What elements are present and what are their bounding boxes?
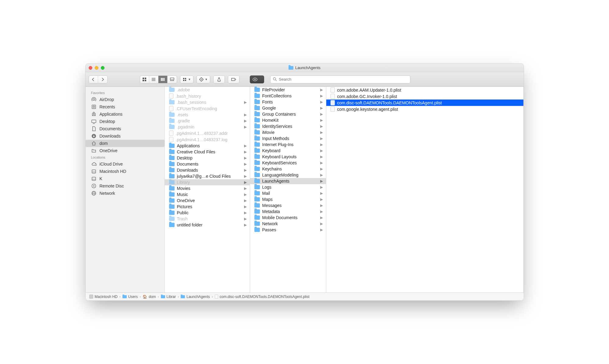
column-2[interactable]: com.adobe.AAM.Updater-1.0.plistcom.adobe… <box>326 87 524 292</box>
column-item[interactable]: .pgAdmin4.1…0483237.log <box>165 136 250 143</box>
action-button[interactable]: ▼ <box>197 75 210 83</box>
path-segment[interactable]: LaunchAgents <box>181 295 210 299</box>
column-item[interactable]: Downloads▶ <box>165 167 250 173</box>
column-item[interactable]: Google▶ <box>250 105 326 111</box>
share-button[interactable] <box>213 75 225 83</box>
sidebar-item-airdrop[interactable]: AirDrop <box>86 96 165 103</box>
column-item-label: Maps <box>262 197 273 202</box>
icon-view-button[interactable] <box>140 76 149 83</box>
column-1[interactable]: FileProvider▶FontCollections▶Fonts▶Googl… <box>250 87 326 292</box>
column-item[interactable]: Messages▶ <box>250 202 326 208</box>
sidebar-item-documents[interactable]: Documents <box>86 125 165 132</box>
column-item[interactable]: Creative Cloud Files▶ <box>165 149 250 155</box>
arrange-button[interactable]: ▼ <box>180 75 194 83</box>
column-item[interactable]: Pictures▶ <box>165 204 250 210</box>
path-segment[interactable]: 🏠dom <box>143 295 156 299</box>
titlebar[interactable]: LaunchAgents <box>86 64 524 72</box>
sidebar-item-onedrive[interactable]: OneDrive <box>86 147 165 154</box>
sidebar-item-k[interactable]: K <box>86 175 165 182</box>
search-input[interactable] <box>279 77 408 82</box>
sidebar-item-dom[interactable]: dom <box>86 140 165 147</box>
column-item[interactable]: Logs▶ <box>250 184 326 190</box>
forward-button[interactable] <box>98 76 107 83</box>
column-item[interactable]: Applications▶ <box>165 143 250 149</box>
column-item[interactable]: Keyboard Layouts▶ <box>250 154 326 160</box>
path-segment[interactable]: com.disc-soft.DAEMONTools.DAEMONToolsAge… <box>215 295 310 299</box>
column-item[interactable]: FileProvider▶ <box>250 87 326 93</box>
back-button[interactable] <box>89 76 98 83</box>
column-item[interactable]: Input Methods▶ <box>250 135 326 142</box>
svg-rect-14 <box>183 78 184 79</box>
column-item[interactable]: LaunchAgents▶ <box>250 178 326 184</box>
column-item[interactable]: Movies▶ <box>165 185 250 191</box>
column-item[interactable]: Trash▶ <box>165 216 250 222</box>
column-item[interactable]: iMovie▶ <box>250 129 326 135</box>
column-item[interactable]: Mobile Documents▶ <box>250 215 326 221</box>
folder-icon <box>254 94 260 98</box>
column-item[interactable]: Maps▶ <box>250 196 326 202</box>
sidebar-item-recents[interactable]: Recents <box>86 103 165 110</box>
close-button[interactable] <box>89 66 92 70</box>
path-segment[interactable]: Librar <box>161 295 176 299</box>
column-item[interactable]: com.adobe.GC.Invoker-1.0.plist <box>326 93 523 100</box>
sidebar-item-macintosh-hd[interactable]: Macintosh HD <box>86 168 165 175</box>
chevron-right-icon: ▶ <box>244 192 247 197</box>
column-item[interactable]: Keyboard▶ <box>250 148 326 154</box>
column-item[interactable]: Internet Plug-Ins▶ <box>250 142 326 148</box>
sidebar-item-network[interactable]: Network <box>86 190 165 197</box>
column-item[interactable]: Fonts▶ <box>250 99 326 105</box>
minimize-button[interactable] <box>95 66 98 70</box>
column-item[interactable]: Public▶ <box>165 210 250 216</box>
search-field[interactable] <box>270 75 410 83</box>
path-segment[interactable]: Users <box>122 295 138 299</box>
column-item[interactable]: OneDrive▶ <box>165 198 250 204</box>
sidebar-item-applications[interactable]: AApplications <box>86 110 165 118</box>
column-item[interactable]: untitled folder▶ <box>165 222 250 228</box>
column-item[interactable]: KeyboardServices▶ <box>250 160 326 166</box>
tags-button[interactable] <box>228 75 239 83</box>
column-item[interactable]: Desktop▶ <box>165 155 250 161</box>
gallery-view-button[interactable] <box>168 76 177 83</box>
column-item[interactable]: IdentityServices▶ <box>250 123 326 129</box>
column-item[interactable]: .gradle▶ <box>165 118 250 124</box>
path-bar[interactable]: Macintosh HD›Users›🏠dom›Librar›LaunchAge… <box>86 292 524 300</box>
column-item[interactable]: Keychains▶ <box>250 166 326 172</box>
column-item[interactable]: LanguageModeling▶ <box>250 172 326 178</box>
column-item[interactable]: Mail▶ <box>250 190 326 196</box>
column-item[interactable]: .CFUserTextEncoding <box>165 105 250 112</box>
column-item[interactable]: julya4ka7@g…e Cloud Files▶ <box>165 173 250 179</box>
sidebar[interactable]: FavoritesAirDropRecentsAApplicationsDesk… <box>86 87 165 292</box>
sidebar-item-icloud-drive[interactable]: iCloud Drive <box>86 160 165 168</box>
preview-options-button[interactable]: ▼ <box>250 75 264 83</box>
column-item[interactable]: .esets▶ <box>165 112 250 118</box>
column-item[interactable]: com.adobe.AAM.Updater-1.0.plist <box>326 87 523 93</box>
zoom-button[interactable] <box>101 66 104 70</box>
column-item[interactable]: Group Containers▶ <box>250 111 326 117</box>
folder-icon <box>254 179 260 183</box>
column-item[interactable]: Music▶ <box>165 191 250 198</box>
svg-rect-1 <box>145 78 146 79</box>
column-item[interactable]: Library▶ <box>165 179 250 185</box>
column-item[interactable]: FontCollections▶ <box>250 93 326 99</box>
column-item[interactable]: .bash_history <box>165 93 250 99</box>
sidebar-item-desktop[interactable]: Desktop <box>86 118 165 125</box>
list-view-button[interactable] <box>149 76 158 83</box>
column-item[interactable]: com.disc-soft.DAEMONTools.DAEMONToolsAge… <box>326 100 523 106</box>
column-item[interactable]: com.google.keystone.agent.plist <box>326 106 523 112</box>
column-item[interactable]: .bash_sessions▶ <box>165 99 250 105</box>
column-item[interactable]: .pgadmin▶ <box>165 124 250 130</box>
column-view-button[interactable] <box>158 76 168 83</box>
column-item[interactable]: Metadata▶ <box>250 208 326 215</box>
sidebar-item-downloads[interactable]: Downloads <box>86 132 165 140</box>
column-item[interactable]: HomeKit▶ <box>250 117 326 123</box>
path-segment[interactable]: Macintosh HD <box>89 295 118 299</box>
column-0[interactable]: .adobe.bash_history.bash_sessions▶.CFUse… <box>165 87 250 292</box>
column-item[interactable]: Passes▶ <box>250 227 326 233</box>
svg-rect-3 <box>145 80 146 81</box>
sidebar-item-remote-disc[interactable]: Remote Disc <box>86 182 165 190</box>
column-item[interactable]: Network▶ <box>250 221 326 227</box>
column-item[interactable]: .pgAdmin4.1…483237.addr <box>165 130 250 136</box>
folder-icon <box>254 155 260 159</box>
column-item[interactable]: Documents▶ <box>165 161 250 167</box>
column-item[interactable]: .adobe <box>165 87 250 93</box>
